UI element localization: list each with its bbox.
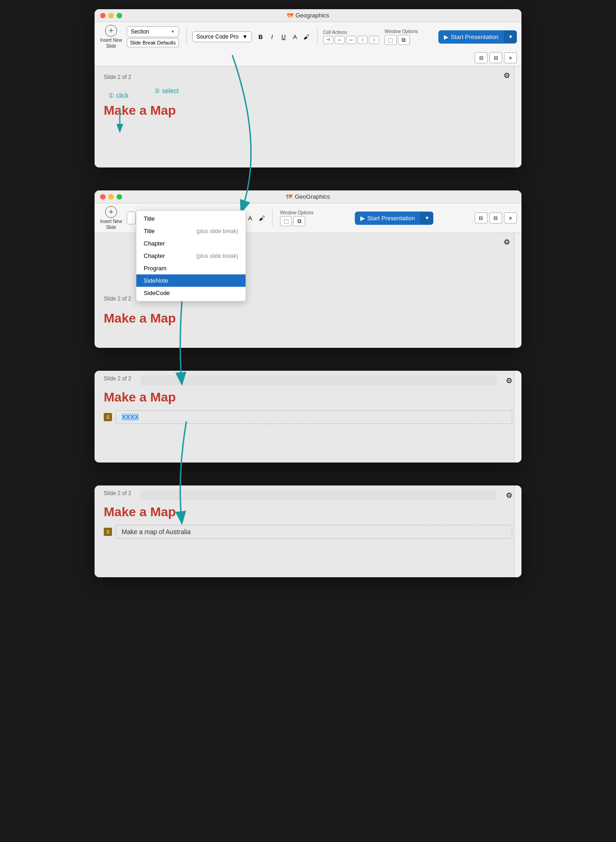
window-opts-icons-1: ⬚ ⧉ <box>385 35 418 45</box>
plus-circle-icon: + <box>105 25 117 37</box>
window-options-label-1: Window Options <box>385 29 418 34</box>
maximize-btn-1[interactable] <box>117 13 122 18</box>
start-pres-label-2: Start Presentation <box>367 215 415 222</box>
menu-item-chapter[interactable]: Chapter <box>136 237 246 250</box>
insert-new-slide-btn-1[interactable]: + Insert New Slide <box>99 25 123 49</box>
window-opt-icon-1[interactable]: ⬚ <box>385 35 397 45</box>
settings-gear-1[interactable]: ⚙ <box>504 71 510 80</box>
menu-item-suffix-1: (plus slide break) <box>196 228 238 234</box>
insert-label-line1-2: Insert New <box>100 219 122 224</box>
minimize-btn-1[interactable] <box>108 13 114 18</box>
start-presentation-btn-2[interactable]: ▶ Start Presentation ▼ <box>355 212 433 225</box>
scrollbar-3[interactable] <box>514 371 521 463</box>
sidenote-row-3: S XXXX <box>104 410 512 424</box>
window1: 🗺 Geographics + Insert New Slide Section… <box>95 9 521 167</box>
app-icon-2: 🗺 <box>286 193 292 201</box>
divider-1 <box>186 28 187 45</box>
menu-item-sidecode[interactable]: SideCode <box>136 287 246 299</box>
slide-break-defaults-btn[interactable]: Slide Break Defaults <box>127 38 179 47</box>
minimize-btn-2[interactable] <box>108 194 114 200</box>
italic-btn-1[interactable]: I <box>267 32 277 42</box>
paint-icon-2[interactable]: 🖌 <box>257 213 267 223</box>
window-opt-icon-4[interactable]: ⧉ <box>293 216 305 226</box>
start-pres-dropdown-arrow-2[interactable]: ▼ <box>420 212 433 224</box>
bold-btn-1[interactable]: B <box>256 32 266 42</box>
content-area-3: Slide 2 of 2 ⚙ Make a Map S XXXX <box>95 371 521 463</box>
top-bar-3: Slide 2 of 2 ⚙ <box>104 375 512 385</box>
traffic-lights-2 <box>100 194 122 200</box>
divider-4 <box>272 210 273 226</box>
cell-action-icon-5[interactable]: ↕ <box>369 36 379 44</box>
close-btn-1[interactable] <box>100 13 106 18</box>
gap-1 <box>95 167 521 190</box>
menu-item-label-3: Chapter <box>144 252 165 259</box>
start-pres-dropdown-arrow-1[interactable]: ▼ <box>504 31 517 43</box>
cell-action-icon-2[interactable]: ↔ <box>335 36 345 44</box>
cell-actions-label-1: Cell Actions <box>323 30 379 35</box>
extra-icon-2[interactable]: ⊟ <box>489 52 502 63</box>
underline-btn-1[interactable]: U <box>279 32 289 42</box>
insert-new-slide-btn-2[interactable]: + Insert New Slide <box>99 206 123 230</box>
divider-2 <box>317 28 318 45</box>
menu-item-suffix-3: (plus slide break) <box>196 253 238 259</box>
gap-3 <box>95 463 521 485</box>
extra-icon-4[interactable]: ⊟ <box>475 212 487 223</box>
menu-item-program[interactable]: Program <box>136 262 246 274</box>
font-chevron-icon: ▼ <box>242 33 248 40</box>
extra-icon-1[interactable]: ⊟ <box>475 52 487 63</box>
font-color-btn-2[interactable]: A <box>245 213 255 223</box>
progress-bar-4 <box>140 490 497 500</box>
extra-icon-6[interactable]: ≡ <box>504 212 517 223</box>
window-opt-icon-3[interactable]: ⬚ <box>280 216 292 226</box>
window3-wrapper: Slide 2 of 2 ⚙ Make a Map S XXXX <box>95 371 521 463</box>
sidenote-content-4: Make a map of Australia <box>122 528 190 535</box>
window-opts-section-1: Window Options ⬚ ⧉ <box>385 29 418 45</box>
scrollbar-4[interactable] <box>514 485 521 577</box>
make-a-map-heading-2: Make a Map <box>104 311 512 326</box>
slide-indicator-4: Slide 2 of 2 <box>104 490 131 496</box>
section-dropdown-btn[interactable]: Section ▼ <box>127 26 179 37</box>
section-dropdown-area: Section ▼ Slide Break Defaults <box>127 26 179 47</box>
window-opts-icons-2: ⬚ ⧉ <box>280 216 314 226</box>
cell-actions-icons-1: ⊣ ↔ ↔ ↕ ↕ <box>323 36 379 44</box>
section-partial[interactable] <box>127 212 136 224</box>
select-label: ② select <box>154 87 179 95</box>
font-dropdown-1[interactable]: Source Code Pro ▼ <box>192 31 252 42</box>
window2: 🗺 GeoGraphics + Insert New Slide ro <box>95 190 521 348</box>
menu-item-sidenote[interactable]: SideNote <box>136 274 246 287</box>
paint-icon-1[interactable]: 🖌 <box>302 32 312 42</box>
start-presentation-btn-1[interactable]: ▶ Start Presentation ▼ <box>438 30 517 44</box>
title-text-1: Geographics <box>296 12 330 19</box>
close-btn-2[interactable] <box>100 194 106 200</box>
annotation-click: ① click <box>108 92 129 99</box>
menu-item-label-0: Title <box>144 215 155 222</box>
settings-gear-3[interactable]: ⚙ <box>506 376 512 385</box>
extra-icon-5[interactable]: ⊟ <box>489 212 502 223</box>
settings-gear-4[interactable]: ⚙ <box>506 491 512 500</box>
scrollbar-1[interactable] <box>514 67 521 167</box>
maximize-btn-2[interactable] <box>117 194 122 200</box>
menu-item-title-pls[interactable]: Title (plus slide break) <box>136 225 246 237</box>
cell-action-icon-4[interactable]: ↕ <box>358 36 368 44</box>
presentation-icon-2: ▶ <box>360 215 365 222</box>
make-a-map-heading-1: Make a Map <box>104 103 512 118</box>
sidenote-box-4[interactable]: Make a map of Australia <box>116 525 512 539</box>
settings-gear-2[interactable]: ⚙ <box>504 238 510 246</box>
window-opt-icon-2[interactable]: ⧉ <box>398 35 410 45</box>
sidenote-box-3[interactable]: XXXX <box>116 410 512 424</box>
menu-item-chapter-pls[interactable]: Chapter (plus slide break) <box>136 250 246 262</box>
menu-item-title[interactable]: Title <box>136 212 246 225</box>
cell-action-icon-1[interactable]: ⊣ <box>323 36 333 44</box>
sidenote-content-3[interactable]: XXXX <box>122 413 139 421</box>
cell-action-icon-3[interactable]: ↔ <box>346 36 356 44</box>
font-color-btn-1[interactable]: A <box>290 32 300 42</box>
extra-icon-3[interactable]: ≡ <box>504 52 517 63</box>
window-title-2: 🗺 GeoGraphics <box>286 193 330 201</box>
click-label: ① click <box>108 92 129 99</box>
window4-wrapper: Slide 2 of 2 ⚙ Make a Map S Make a map o… <box>95 485 521 577</box>
traffic-lights-1 <box>100 13 122 18</box>
scrollbar-2[interactable] <box>514 233 521 348</box>
gap-2 <box>95 348 521 371</box>
window-title-1: 🗺 Geographics <box>287 12 330 19</box>
cell-actions-section-1: Cell Actions ⊣ ↔ ↔ ↕ ↕ <box>323 30 379 44</box>
